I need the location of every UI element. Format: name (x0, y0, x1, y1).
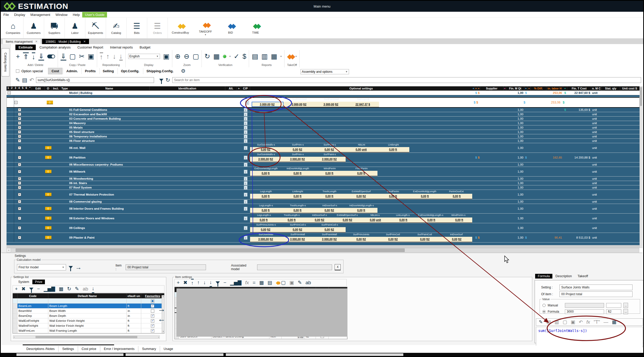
grid-row[interactable]: +03 Concrete and Formwork Building↕1,00u… (7, 117, 640, 121)
option-count-badge[interactable]: 0 (45, 226, 51, 230)
expander-icon[interactable]: + (18, 156, 21, 159)
expander-icon[interactable]: + (18, 217, 21, 220)
favourite-checkbox[interactable] (151, 329, 154, 332)
menu-file[interactable]: File (1, 12, 11, 17)
setting-value-cell[interactable]: 0,00ft2 (282, 227, 314, 232)
tab-budget[interactable]: Budget (137, 45, 153, 50)
tab-prive[interactable]: Prive (32, 280, 45, 284)
grid-row[interactable]: -000 Project total↕SurfJointWallSurfPrim… (7, 97, 640, 108)
setting-value-cell[interactable]: 0,00ft (346, 171, 377, 176)
setting-value-cell[interactable]: 0,00ft2 (441, 237, 472, 242)
expander-icon[interactable]: + (18, 193, 21, 196)
grid-row[interactable]: +006 Partition↕SurfJointWalls-sSurfPrim-… (7, 153, 640, 162)
setting-value-cell[interactable]: 0,00ft (250, 171, 282, 176)
setting-value-cell[interactable]: 0,00ft (250, 217, 278, 222)
setting-value-cell[interactable]: 0,00ft (314, 194, 346, 199)
setting-value-cell[interactable]: 0,00ft2 (346, 237, 377, 242)
setting-value-cell[interactable]: 0,00ft (377, 147, 409, 152)
horizontal-scrollbar[interactable]: ‹ (7, 248, 639, 252)
setting-value-cell[interactable]: 0,00ft (346, 208, 377, 213)
copy-paste-icon[interactable]: ↕ (244, 193, 247, 197)
setting-value-cell[interactable]: 3 000,00ft2 (315, 102, 347, 107)
insert-bottom-icon[interactable]: ⇓ (38, 52, 44, 60)
setting-value-cell[interactable]: 3 000,00ft2 (250, 157, 282, 162)
filter-funnel-icon[interactable] (69, 266, 73, 269)
copy-paste-icon[interactable]: ↕ (244, 112, 247, 116)
menu-management[interactable]: Management (28, 12, 53, 17)
expander-icon[interactable]: + (18, 135, 21, 138)
browse-button[interactable]: ... (623, 303, 628, 308)
tab-internal-reports[interactable]: Internal reports (107, 45, 136, 50)
column-header[interactable]: + (475, 86, 477, 90)
scroll-left-icon[interactable]: ‹ (7, 248, 11, 252)
tab-model-building[interactable]: 108861 : Model | Building✕ (42, 39, 89, 44)
undo-icon[interactable]: ↶ (29, 76, 34, 84)
toolbar-button-catalog[interactable]: ✍Catalog (106, 18, 127, 38)
grid-row[interactable]: -Model | Building$$1,00$253,06$22 847,60… (7, 91, 640, 95)
tab-compilation-analysis[interactable]: Compilation analysis (36, 45, 74, 50)
copy-paste-icon[interactable]: ↕ (244, 146, 247, 150)
search-input[interactable] (172, 77, 641, 83)
column-header[interactable]: + (563, 86, 567, 90)
setting-value-cell[interactable]: 0,00ft (390, 217, 418, 222)
grid-row[interactable]: +06 Miscellaneous carpentry: Podiums↕1,0… (7, 162, 640, 167)
tab-error-improvements[interactable]: Error / Improvements (100, 346, 138, 352)
setting-value-cell[interactable]: 0,00ft (250, 194, 282, 199)
column-header[interactable]: + (504, 86, 506, 90)
favourite-checkbox[interactable] (151, 319, 154, 323)
rename-icon[interactable]: ab (83, 285, 88, 293)
tab-formula[interactable]: Formula (535, 274, 552, 279)
mode-admin[interactable]: Admin. (63, 68, 81, 74)
settings-list-row[interactable]: WallFrmLenWall Framing Lengthft (13, 328, 164, 333)
copy-paste-icon[interactable]: ↕ (244, 108, 247, 112)
toolbar-button-equipments[interactable]: ⛏Equipments (85, 18, 106, 38)
copy-paste-icon[interactable]: ↕ (244, 135, 247, 138)
favourite-checkbox[interactable] (151, 304, 154, 308)
grid-row[interactable]: +006 Millwork↕ExtDoorMoldgLengthIntDoorM… (7, 167, 640, 177)
setting-value-cell[interactable]: 0,00ft2 (314, 147, 346, 152)
tab-estimate[interactable]: Estimate (15, 45, 36, 50)
setting-value-cell[interactable]: 0,00ft (282, 194, 314, 199)
rename-icon[interactable]: ab (305, 279, 311, 286)
settings-list-row[interactable]: BeamWidBeam Widthin (13, 308, 164, 313)
manual-value-field[interactable] (565, 303, 604, 308)
dollar-icon[interactable]: $ (243, 53, 246, 60)
setting-value-cell[interactable]: 0,00ft2 (306, 217, 334, 222)
copy-paste-icon[interactable]: ↕ (244, 236, 247, 240)
formula-unit-field[interactable]: ft2 (606, 309, 621, 314)
grid-row[interactable]: +01 Full General Conditions↕1,00$135,69 … (7, 108, 640, 112)
grid-row[interactable]: +02 Excavation and Backfill↕1,00unit (7, 112, 640, 117)
grid-row[interactable]: +009 Plaster & Paint↕SurfJointWallSurfPr… (7, 233, 640, 243)
grid-row[interactable]: +05 Metals↕1,00unit (7, 125, 640, 130)
column-header[interactable]: + (528, 86, 531, 90)
download-icon[interactable]: ↓ (92, 285, 94, 293)
setting-value-cell[interactable]: 3 000,00ft2 (314, 157, 346, 162)
setting-value-cell[interactable]: 3 000,00ft2 (314, 237, 346, 242)
edit-pencil-icon[interactable]: ✎ (539, 318, 543, 326)
tab-summary[interactable]: Summary (138, 346, 160, 352)
option-count-badge[interactable]: 0 (45, 156, 51, 159)
move-up-icon[interactable]: ↑ (106, 53, 110, 60)
delete-icon[interactable]: ✖ (183, 279, 187, 286)
option-count-badge[interactable]: 0 (45, 193, 51, 196)
chart-icon[interactable]: ▁▅▇ (230, 279, 241, 286)
column-header[interactable]: efault un (127, 293, 141, 298)
grid-row[interactable]: +006 ext. Wall↕SurfJointWalls-sSurfPrim-… (7, 143, 640, 153)
column-header[interactable]: Fin. T Cost (567, 86, 591, 90)
ruler-icon[interactable]: — (604, 318, 608, 326)
setting-value-cell[interactable]: 0,00ft2 (314, 227, 346, 232)
column-header[interactable]: 3 (14, 86, 17, 90)
save-icon[interactable]: ▤ (546, 318, 551, 326)
menu-help[interactable]: Help (70, 12, 82, 17)
setting-value-cell[interactable]: 0,00ft (314, 171, 346, 176)
item-value-field[interactable]: 00 Project total (126, 264, 206, 270)
expander-icon[interactable]: + (18, 207, 21, 210)
filter-funnel-icon[interactable] (216, 281, 220, 284)
equals-icon[interactable]: = (253, 279, 256, 286)
paste-insert-icon[interactable]: ⇓ (61, 52, 66, 60)
expander-icon[interactable]: + (18, 236, 21, 239)
image-icon[interactable]: ▣ (163, 53, 170, 60)
favourite-checkbox[interactable] (151, 314, 154, 318)
column-header[interactable]: Code (17, 293, 48, 298)
setting-value-cell[interactable]: 0,00ft (278, 217, 306, 222)
